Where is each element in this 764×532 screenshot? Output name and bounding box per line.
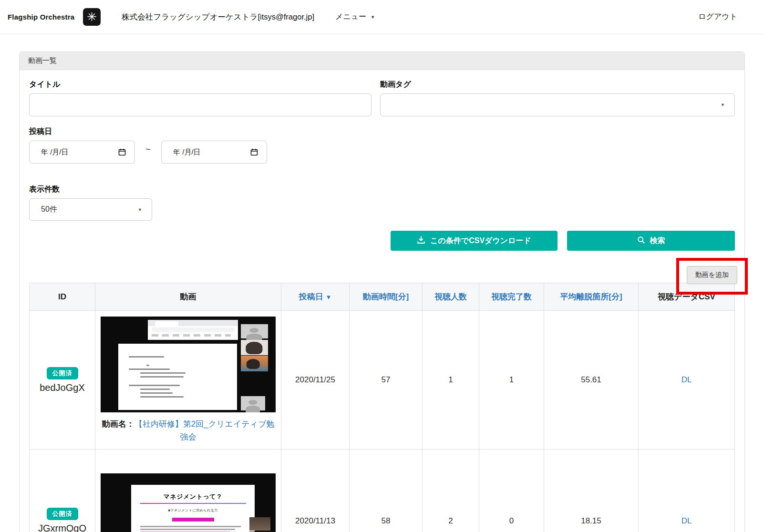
logout-link[interactable]: ログアウト — [698, 12, 737, 22]
tag-filter-group: 動画タグ ▼ — [380, 80, 735, 116]
tag-label: 動画タグ — [380, 80, 735, 90]
participant-video-tile — [241, 340, 268, 355]
search-button[interactable]: 検索 — [567, 231, 735, 251]
header-avg-exit[interactable]: 平均離脱箇所[分] — [544, 283, 639, 311]
panel-title: 動画一覧 — [20, 52, 744, 70]
header-posted-date-label: 投稿日 — [299, 292, 323, 301]
participant-video-tile — [249, 517, 270, 531]
csv-cell: DL — [639, 311, 735, 450]
status-badge: 公開済 — [47, 508, 78, 520]
viewers-cell: 1 — [423, 311, 479, 450]
video-table: ID 動画 投稿日 ▼ 動画時間[分] 視聴人数 視聴完了数 平均離脱箇所[分]… — [29, 283, 735, 532]
brand-name: Flagship Orchestra — [8, 13, 74, 21]
posted-date-group: 投稿日 年 /月/日 ~ 年 /月/日 — [29, 127, 735, 164]
add-video-button[interactable]: 動画を追加 — [687, 266, 737, 284]
avg-exit-cell: 18.15 — [544, 450, 639, 532]
header-id: ID — [30, 283, 95, 311]
video-thumbnail: マネジメントって？ ■マネジメントに求められる力 — [101, 473, 276, 532]
video-list-panel: 動画一覧 タイトル 動画タグ ▼ — [19, 51, 745, 532]
status-badge: 公開済 — [47, 367, 78, 379]
per-page-group: 表示件数 50件 ▼ — [29, 184, 735, 221]
per-page-value: 50件 — [41, 205, 57, 215]
date-from-placeholder: 年 /月/日 — [41, 148, 69, 157]
duration-cell: 58 — [350, 450, 423, 532]
per-page-select[interactable]: 50件 ▼ — [29, 198, 152, 221]
header-video: 動画 — [95, 283, 281, 311]
brand-logo-icon: ✳ — [83, 8, 101, 26]
title-label: タイトル — [29, 80, 372, 90]
calendar-icon[interactable] — [118, 148, 126, 156]
video-name-label: 動画名： — [102, 419, 134, 429]
thumb-presentation-slide — [118, 344, 237, 410]
filter-row-1: タイトル 動画タグ ▼ — [29, 80, 735, 116]
table-row: 公開済 JGxrmOgO マネジメントって？ ■マネジメントに求められる力 — [30, 450, 735, 532]
posted-date-cell: 2020/11/13 — [281, 450, 350, 532]
chevron-down-icon: ▼ — [138, 207, 142, 212]
title-input[interactable] — [29, 93, 372, 116]
csv-cell: DL — [639, 450, 735, 532]
video-thumbnail — [101, 317, 276, 412]
navbar: Flagship Orchestra ✳ 株式会社フラッグシップオーケストラ[i… — [0, 0, 764, 34]
dl-link[interactable]: DL — [681, 516, 692, 525]
video-name-link[interactable]: 【社内研修】第2回_クリエイティブ勉強会 — [134, 419, 275, 441]
id-cell: 公開済 bedJoGgX — [30, 311, 95, 450]
id-cell: 公開済 JGxrmOgO — [30, 450, 95, 532]
table-header: ID 動画 投稿日 ▼ 動画時間[分] 視聴人数 視聴完了数 平均離脱箇所[分]… — [30, 283, 735, 311]
tag-select[interactable]: ▼ — [380, 93, 735, 116]
posted-date-label: 投稿日 — [29, 127, 735, 137]
avg-exit-cell: 55.61 — [544, 311, 639, 450]
page: Flagship Orchestra ✳ 株式会社フラッグシップオーケストラ[i… — [0, 0, 764, 532]
table-row: 公開済 bedJoGgX — [30, 311, 735, 450]
sort-desc-icon: ▼ — [325, 294, 331, 301]
participant-avatar-tile — [241, 396, 265, 410]
video-cell: マネジメントって？ ■マネジメントに求められる力 — [95, 450, 281, 532]
calendar-icon[interactable] — [250, 148, 258, 156]
video-id: JGxrmOgO — [30, 523, 95, 532]
participant-avatar-tile — [241, 324, 268, 338]
search-label: 検索 — [650, 236, 665, 246]
chevron-down-icon: ▼ — [721, 102, 725, 107]
header-completed[interactable]: 視聴完了数 — [479, 283, 544, 311]
video-cell: 動画名：【社内研修】第2回_クリエイティブ勉強会 — [95, 311, 281, 450]
panel-body: タイトル 動画タグ ▼ 投稿日 — [20, 70, 744, 532]
title-filter-group: タイトル — [29, 80, 372, 116]
viewers-cell: 2 — [423, 450, 479, 532]
main-content: 動画一覧 タイトル 動画タグ ▼ — [19, 51, 745, 532]
participant-video-tile — [241, 356, 268, 371]
video-id: bedJoGgX — [30, 382, 95, 393]
brand[interactable]: Flagship Orchestra ✳ — [8, 8, 101, 26]
completed-cell: 1 — [479, 311, 544, 450]
menu-dropdown[interactable]: メニュー ▼ — [335, 12, 375, 22]
per-page-label: 表示件数 — [29, 184, 735, 194]
header-viewers[interactable]: 視聴人数 — [423, 283, 479, 311]
date-to-placeholder: 年 /月/日 — [173, 148, 201, 157]
csv-download-label: この条件でCSVダウンロード — [430, 236, 531, 246]
thumb-browser-window — [148, 320, 238, 340]
dl-link[interactable]: DL — [681, 375, 692, 384]
account-label: 株式会社フラッグシップオーケストラ[itsys@fragor.jp] — [122, 12, 314, 22]
chevron-down-icon: ▼ — [371, 15, 375, 20]
posted-date-cell: 2020/11/25 — [281, 311, 350, 450]
thumb-document-page: マネジメントって？ ■マネジメントに求められる力 — [131, 485, 255, 532]
completed-cell: 0 — [479, 450, 544, 532]
thumb-doc-subtitle: ■マネジメントに求められる力 — [140, 508, 246, 513]
date-from-input[interactable]: 年 /月/日 — [29, 141, 135, 164]
red-highlight-box: 動画を追加 — [676, 258, 748, 295]
header-posted-date[interactable]: 投稿日 ▼ — [281, 283, 350, 311]
download-icon — [417, 235, 425, 246]
csv-download-button[interactable]: この条件でCSVダウンロード — [391, 231, 558, 251]
duration-cell: 57 — [350, 311, 423, 450]
menu-label: メニュー — [335, 12, 366, 22]
search-icon — [637, 236, 645, 246]
date-range: 年 /月/日 ~ 年 /月/日 — [29, 141, 735, 164]
header-duration[interactable]: 動画時間[分] — [350, 283, 423, 311]
video-name: 動画名：【社内研修】第2回_クリエイティブ勉強会 — [101, 418, 276, 443]
action-buttons: この条件でCSVダウンロード 検索 — [29, 231, 735, 251]
date-range-separator: ~ — [145, 144, 151, 154]
thumb-doc-title: マネジメントって？ — [140, 492, 246, 501]
date-to-input[interactable]: 年 /月/日 — [161, 141, 267, 164]
logo-glyph: ✳ — [87, 11, 97, 23]
